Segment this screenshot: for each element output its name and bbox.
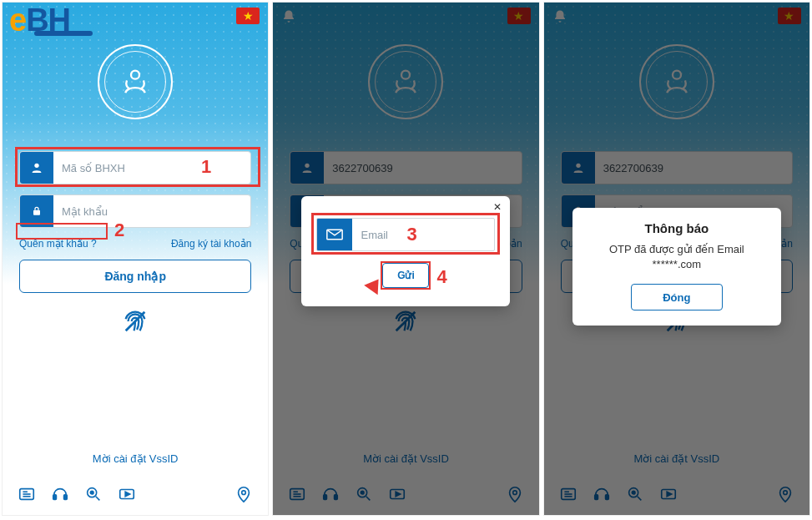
login-button[interactable]: Đăng nhập: [19, 260, 251, 293]
bottom-bar: [3, 483, 268, 505]
password-placeholder: Mật khẩu: [53, 195, 250, 227]
svg-point-15: [242, 491, 246, 495]
svg-marker-14: [125, 492, 130, 497]
email-modal: ✕ Email 3 Gửi 4: [301, 196, 510, 306]
annot-4: 4: [436, 266, 446, 288]
screen-otp-notice: ★ 3622700639 Mật khẩu Quê oản Đăng nhập …: [543, 2, 810, 516]
headset-icon[interactable]: [51, 485, 69, 503]
register-link[interactable]: Đăng ký tài khoản: [171, 238, 251, 250]
screen-email-modal: ★ 3622700639 Mật khẩu Quê oản Đăng nhập …: [272, 2, 539, 516]
forgot-password-link[interactable]: Quên mật khẩu ?: [19, 238, 97, 250]
fingerprint-icon[interactable]: [119, 305, 152, 338]
modal-body: OTP đã được gửi đến Email ******.com: [588, 242, 766, 272]
mail-icon: [317, 218, 352, 251]
search-icon[interactable]: [84, 485, 103, 503]
annot-1: 1: [201, 156, 211, 178]
user-icon: [20, 151, 53, 184]
bhxh-field[interactable]: Mã số BHXH: [19, 151, 251, 184]
svg-point-12: [90, 491, 93, 494]
location-icon[interactable]: [235, 483, 253, 505]
password-field[interactable]: Mật khẩu: [19, 194, 251, 228]
news-icon[interactable]: [18, 485, 36, 503]
annot-2: 2: [114, 220, 124, 241]
svg-rect-9: [64, 495, 68, 500]
svg-point-1: [34, 164, 38, 168]
email-placeholder: Email: [352, 229, 494, 241]
svg-rect-2: [33, 210, 40, 215]
emblem-bhxh: [98, 44, 173, 119]
bhxh-placeholder: Mã số BHXH: [53, 152, 250, 184]
lock-icon: [20, 194, 53, 228]
svg-line-11: [96, 497, 100, 501]
flag-vn[interactable]: ★: [236, 8, 260, 24]
close-button[interactable]: Đóng: [631, 284, 723, 310]
annot-3: 3: [406, 224, 416, 245]
email-field[interactable]: Email: [316, 218, 495, 251]
svg-rect-8: [53, 495, 57, 500]
install-link[interactable]: Mời cài đặt VssID: [3, 452, 268, 465]
screen-login: eBH ★ Mã số BHXH 1 Mật khẩu Quên mật k: [2, 2, 269, 516]
logo-ebh: eBH: [9, 3, 70, 38]
send-button[interactable]: Gửi: [382, 263, 429, 288]
video-icon[interactable]: [118, 485, 136, 503]
close-icon[interactable]: ✕: [493, 201, 502, 213]
notice-modal: Thông báo OTP đã được gửi đến Email ****…: [572, 208, 781, 326]
modal-title: Thông báo: [588, 221, 766, 235]
